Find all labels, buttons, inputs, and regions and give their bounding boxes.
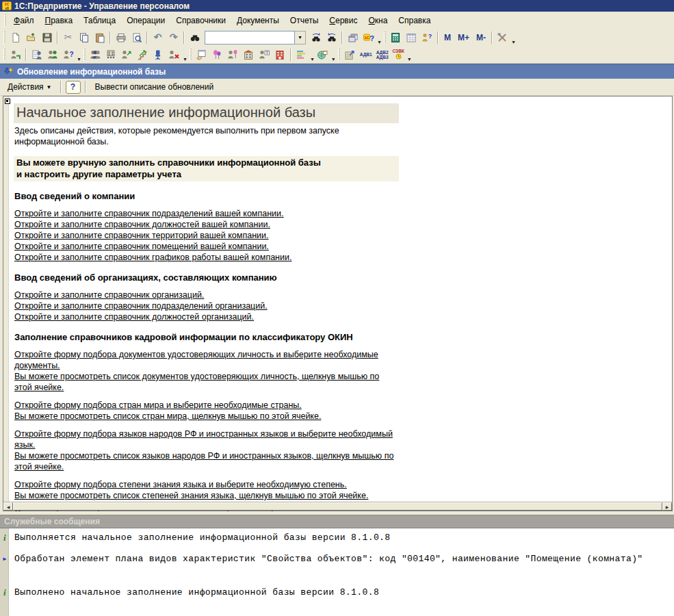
window-title: 1С:Предприятие - Управление персоналом [14,1,190,11]
timesheet-button[interactable] [342,47,358,62]
position-chair-button[interactable] [151,47,166,62]
action-link[interactable]: Вы можете просмотреть список языков наро… [14,451,393,472]
action-link[interactable]: Откройте форму подбора стран мира и выбе… [14,400,302,410]
scrollbar-thumb[interactable] [13,502,662,511]
balloons-button[interactable] [209,47,225,62]
memory-subtract-button[interactable]: M- [473,30,489,45]
chevron-down-icon[interactable]: ▼ [310,57,315,63]
find-text-dropdown-button[interactable]: ▼ [295,31,306,44]
paste-button[interactable] [92,30,107,45]
calendar-button[interactable] [404,30,419,45]
toolbar-grip[interactable] [384,31,386,44]
toolbar-grip[interactable] [338,49,340,61]
table-corner-marker[interactable] [5,99,10,104]
staff-building-button[interactable] [103,47,119,62]
save-button[interactable] [39,30,55,45]
toolbar-grip[interactable] [190,49,192,61]
menu-item-10[interactable]: Справка [393,14,436,27]
cut-button[interactable]: ✂ [60,30,76,45]
action-link[interactable]: Вы можете просмотреть список степеней зн… [14,491,368,500]
menu-item-2[interactable]: Правка [40,14,79,27]
report-adv1-button[interactable]: АДВ1 [358,47,374,63]
report-bars-button[interactable] [294,47,309,62]
chevron-down-icon[interactable]: ▼ [77,57,81,63]
menu-item-3[interactable]: Таблица [78,14,121,27]
org-building-2-button[interactable] [272,47,288,62]
employee-calendar-button[interactable]: 9 [257,47,272,62]
action-link[interactable]: Откройте и заполните справочник должност… [14,312,254,322]
hire-employee-button[interactable] [44,47,60,62]
action-link[interactable]: Откройте форму подбора языков народов РФ… [14,429,393,450]
menu-item-9[interactable]: Окна [363,14,393,27]
dismiss-employee-button[interactable] [166,47,182,62]
section-heading: Заполнение справочников кадровой информа… [14,332,399,342]
help-1c-button[interactable]: 1С? [361,30,376,45]
menu-item-7[interactable]: Отчеты [285,14,324,27]
chevron-down-icon[interactable]: ▼ [407,57,412,63]
action-link[interactable]: Вы можете просмотреть список документов … [14,372,379,392]
toolbar-grip[interactable] [3,49,5,61]
open-folder-button[interactable] [23,30,39,45]
action-link[interactable]: Откройте форму подбора степени знания яз… [14,480,347,489]
personnel-card-button[interactable] [29,47,44,62]
window-buffer-button[interactable] [345,30,361,45]
find-binoculars-icon [190,32,200,43]
memory-add-button[interactable]: M+ [454,30,473,45]
vacation-schedule-button[interactable] [194,47,209,62]
toolbar-grip[interactable] [3,31,5,44]
new-document-button[interactable] [8,30,23,45]
action-link[interactable]: Откройте и заполните справочник подразде… [14,209,284,218]
employee-question-button[interactable]: ? [60,47,76,62]
chevron-down-icon[interactable]: ▼ [183,57,187,63]
show-update-description-button[interactable]: Вывести описание обновлений [90,81,219,93]
action-link[interactable]: Откройте и заполните справочник графиков… [14,253,291,262]
menu-item-6[interactable]: Документы [231,14,285,27]
workplace-button[interactable] [8,47,23,62]
employees-group-button[interactable] [88,47,103,62]
scroll-right-button[interactable]: ▶ [662,502,672,511]
menu-item-4[interactable]: Операции [121,14,170,27]
chevron-down-icon[interactable]: ▼ [511,40,516,46]
action-link[interactable]: Откройте и заполните справочник помещени… [14,242,269,251]
undo-button[interactable]: ↶ [150,30,166,45]
action-link[interactable]: Откройте и заполните справочник подразде… [14,301,268,311]
redo-button[interactable]: ↷ [166,30,181,45]
memory-recall-button[interactable]: M [441,30,454,45]
find-text-input[interactable] [205,31,295,44]
action-link[interactable]: Откройте и заполните справочник должност… [14,220,270,229]
menu-item-1[interactable]: Файл [8,14,40,27]
menu-item-8[interactable]: Сервис [324,14,363,27]
menu-item-5[interactable]: Справочники [170,14,231,27]
report-szv-k-button[interactable]: СЗВК [391,47,406,63]
scroll-left-button[interactable]: ◀ [3,502,13,511]
report-adv2-adv3-button[interactable]: АДВ2АДВ3 [374,47,391,63]
action-link[interactable]: Откройте форму подбора документов удосто… [14,350,378,370]
copy-button[interactable] [76,30,92,45]
action-link[interactable]: Вы можете просмотреть список стран мира,… [14,411,321,421]
find-next-button[interactable] [308,30,324,45]
chevron-down-icon[interactable]: ▼ [377,40,382,46]
help-button[interactable]: ? [66,81,81,94]
actions-menu-button[interactable]: Действия▼ [3,81,56,93]
globe-classifier-button[interactable] [315,47,330,62]
find-previous-button[interactable] [324,30,339,45]
chevron-down-icon[interactable]: ▼ [331,57,336,63]
action-link[interactable]: Откройте и заполните справочник территор… [14,231,268,240]
career-growth-button[interactable] [135,47,151,62]
print-icon [116,32,127,43]
organization-building-button[interactable] [241,47,257,62]
user-help-button[interactable]: ? [419,30,435,45]
menu-grip[interactable] [4,14,6,27]
print-button[interactable] [113,30,129,45]
action-link[interactable]: Откройте и заполните справочник организа… [14,290,204,300]
calculator-button[interactable] [388,30,404,45]
report-bars-icon [296,49,307,60]
tools-button[interactable] [495,30,510,45]
employee-vacation-button[interactable] [225,47,241,62]
find-binoculars-button[interactable] [187,30,203,45]
toolbar-grip[interactable] [83,49,86,61]
print-preview-button[interactable] [129,30,144,45]
transfer-employee-button[interactable] [119,47,135,62]
horizontal-scrollbar[interactable]: ◀ ▶ [3,502,672,511]
find-next-icon [311,32,322,43]
